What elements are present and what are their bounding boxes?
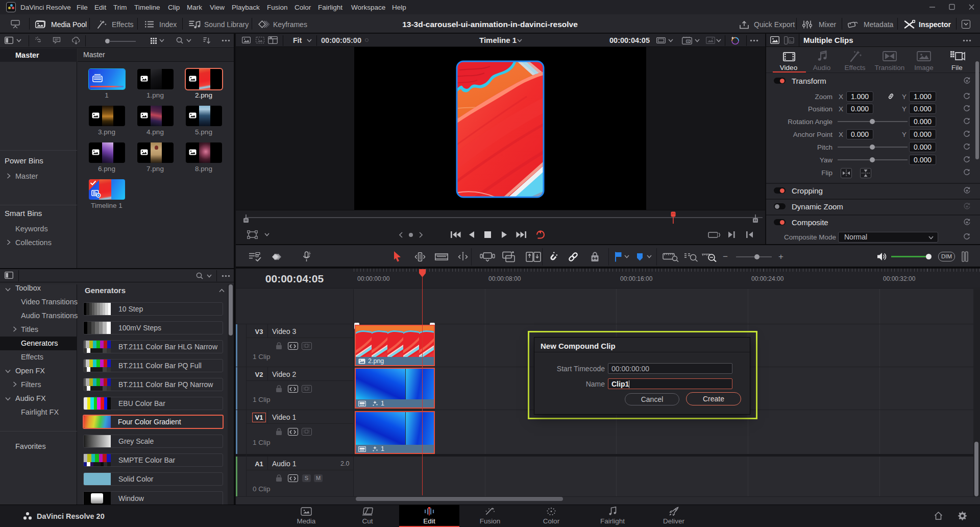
svg-text:HQ: HQ xyxy=(687,40,691,43)
